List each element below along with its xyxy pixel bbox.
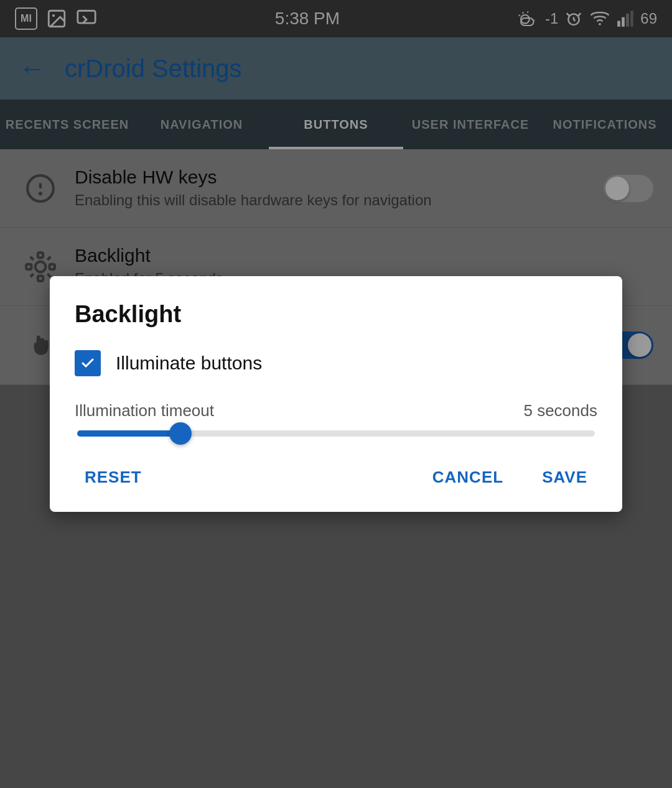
slider-track[interactable] [77, 430, 595, 437]
slider-thumb[interactable] [169, 422, 192, 445]
slider-section: Illumination timeout 5 seconds [75, 401, 597, 437]
dialog-actions: RESET CANCEL SAVE [75, 461, 597, 493]
slider-fill [77, 430, 180, 437]
dialog-title: Backlight [75, 301, 597, 328]
slider-labels: Illumination timeout 5 seconds [75, 401, 597, 420]
dialog-overlay: Backlight Illuminate buttons Illuminatio… [0, 0, 672, 788]
illuminate-label: Illuminate buttons [116, 353, 262, 374]
slider-left-label: Illumination timeout [75, 401, 214, 420]
reset-button[interactable]: RESET [75, 461, 152, 493]
save-button[interactable]: SAVE [532, 461, 597, 493]
illuminate-checkbox[interactable] [75, 350, 101, 376]
cancel-button[interactable]: CANCEL [422, 461, 513, 493]
backlight-dialog: Backlight Illuminate buttons Illuminatio… [50, 276, 622, 512]
slider-value-label: 5 seconds [523, 401, 597, 420]
dialog-actions-right: CANCEL SAVE [422, 461, 597, 493]
illuminate-checkbox-row[interactable]: Illuminate buttons [75, 350, 597, 376]
